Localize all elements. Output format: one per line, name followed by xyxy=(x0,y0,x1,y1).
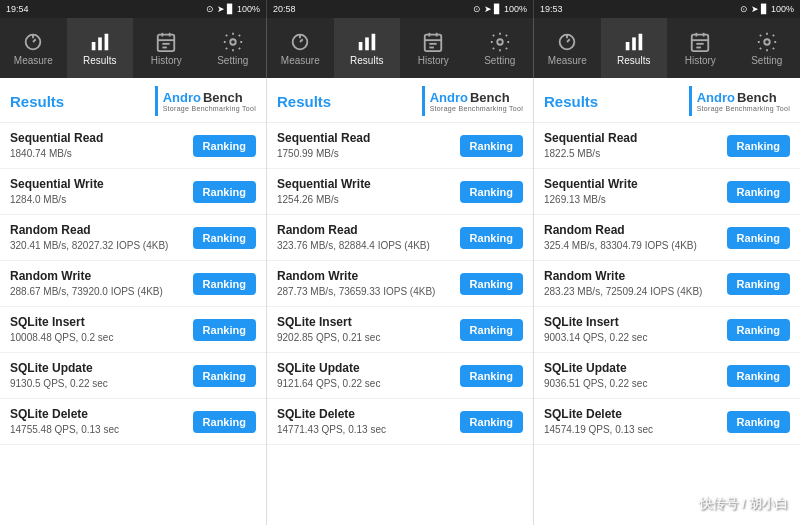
status-bar-3: 19:53 ⊙ ➤ ▊ 100% xyxy=(534,0,800,18)
svg-line-2 xyxy=(33,39,36,42)
result-value: 1284.0 MB/s xyxy=(10,193,185,206)
ranking-button[interactable]: Ranking xyxy=(727,135,790,157)
phone-tabs-3: Measure Results History Setting xyxy=(534,18,800,78)
tab-measure-2[interactable]: Measure xyxy=(267,18,334,78)
result-name: Random Write xyxy=(277,269,452,285)
ranking-button[interactable]: Ranking xyxy=(727,411,790,433)
results-icon-3 xyxy=(623,31,645,53)
brand-andro-2: Andro xyxy=(430,90,468,105)
svg-rect-4 xyxy=(98,37,102,50)
tab-measure-3[interactable]: Measure xyxy=(534,18,601,78)
time-2: 20:58 xyxy=(273,4,296,14)
ranking-button[interactable]: Ranking xyxy=(193,181,256,203)
result-value: 1840.74 MB/s xyxy=(10,147,185,160)
ranking-button[interactable]: Ranking xyxy=(460,273,523,295)
panel-title-3: Results xyxy=(544,93,598,110)
brand-logo-2: AndroBench Storage Benchmarking Tool xyxy=(422,86,523,116)
table-row: Random Read 323.76 MB/s, 82884.4 IOPS (4… xyxy=(267,215,533,261)
brand-logo-3: AndroBench Storage Benchmarking Tool xyxy=(689,86,790,116)
result-name: SQLite Delete xyxy=(277,407,452,423)
ranking-button[interactable]: Ranking xyxy=(193,227,256,249)
ranking-button[interactable]: Ranking xyxy=(193,411,256,433)
result-name: SQLite Update xyxy=(277,361,452,377)
result-name: SQLite Delete xyxy=(10,407,185,423)
result-value: 9130.5 QPS, 0.22 sec xyxy=(10,377,185,390)
ranking-button[interactable]: Ranking xyxy=(460,181,523,203)
result-info: Random Write 288.67 MB/s, 73920.0 IOPS (… xyxy=(10,269,185,299)
result-info: SQLite Insert 9202.85 QPS, 0.21 sec xyxy=(277,315,452,345)
brand-logo-1: AndroBench Storage Benchmarking Tool xyxy=(155,86,256,116)
svg-rect-17 xyxy=(365,37,369,50)
brand-andro-3: Andro xyxy=(697,90,735,105)
svg-rect-6 xyxy=(158,34,175,50)
svg-rect-29 xyxy=(626,42,630,50)
svg-rect-31 xyxy=(638,33,642,50)
result-value: 320.41 MB/s, 82027.32 IOPS (4KB) xyxy=(10,239,185,252)
table-row: Sequential Write 1254.26 MB/s Ranking xyxy=(267,169,533,215)
tab-history-label-1: History xyxy=(151,55,182,66)
result-value: 9003.14 QPS, 0.22 sec xyxy=(544,331,719,344)
tab-results-2[interactable]: Results xyxy=(334,18,401,78)
ranking-button[interactable]: Ranking xyxy=(193,135,256,157)
tab-measure-1[interactable]: Measure xyxy=(0,18,67,78)
result-info: Random Read 320.41 MB/s, 82027.32 IOPS (… xyxy=(10,223,185,253)
result-info: Sequential Read 1822.5 MB/s xyxy=(544,131,719,161)
ranking-button[interactable]: Ranking xyxy=(727,365,790,387)
status-icons-1: ⊙ ➤ ▊ 100% xyxy=(206,4,260,14)
tab-history-label-2: History xyxy=(418,55,449,66)
ranking-button[interactable]: Ranking xyxy=(727,227,790,249)
brand-bench-1: Bench xyxy=(203,90,243,105)
tab-history-1[interactable]: History xyxy=(133,18,200,78)
status-bar-2: 20:58 ⊙ ➤ ▊ 100% xyxy=(267,0,534,18)
results-list-2: Sequential Read 1750.99 MB/s Ranking Seq… xyxy=(267,123,533,525)
result-name: SQLite Update xyxy=(10,361,185,377)
result-name: Sequential Write xyxy=(10,177,185,193)
ranking-button[interactable]: Ranking xyxy=(727,273,790,295)
status-bar-1: 19:54 ⊙ ➤ ▊ 100% xyxy=(0,0,267,18)
ranking-button[interactable]: Ranking xyxy=(193,319,256,341)
ranking-button[interactable]: Ranking xyxy=(460,411,523,433)
brand-name-3: AndroBench xyxy=(697,90,790,105)
tab-history-3[interactable]: History xyxy=(667,18,734,78)
ranking-button[interactable]: Ranking xyxy=(193,365,256,387)
panel-title-2: Results xyxy=(277,93,331,110)
result-info: SQLite Insert 10008.48 QPS, 0.2 sec xyxy=(10,315,185,345)
brand-sub-2: Storage Benchmarking Tool xyxy=(430,105,523,112)
tab-results-label-3: Results xyxy=(617,55,650,66)
tab-history-2[interactable]: History xyxy=(400,18,467,78)
tab-results-3[interactable]: Results xyxy=(601,18,668,78)
panels-row: Results AndroBench Storage Benchmarking … xyxy=(0,78,800,525)
brand-name-2: AndroBench xyxy=(430,90,523,105)
ranking-button[interactable]: Ranking xyxy=(460,319,523,341)
tab-bars: Measure Results History Setting Mea xyxy=(0,18,800,78)
tab-setting-2[interactable]: Setting xyxy=(467,18,534,78)
ranking-button[interactable]: Ranking xyxy=(727,319,790,341)
brand-name-1: AndroBench xyxy=(163,90,256,105)
panel-2: Results AndroBench Storage Benchmarking … xyxy=(267,78,534,525)
tab-measure-label-2: Measure xyxy=(281,55,320,66)
table-row: Sequential Read 1822.5 MB/s Ranking xyxy=(534,123,800,169)
measure-icon-1 xyxy=(22,31,44,53)
result-name: Sequential Read xyxy=(10,131,185,147)
panel-header-3: Results AndroBench Storage Benchmarking … xyxy=(534,78,800,123)
table-row: SQLite Insert 10008.48 QPS, 0.2 sec Rank… xyxy=(0,307,266,353)
result-value: 14574.19 QPS, 0.13 sec xyxy=(544,423,719,436)
svg-rect-19 xyxy=(425,34,442,50)
tab-setting-3[interactable]: Setting xyxy=(734,18,801,78)
results-list-1: Sequential Read 1840.74 MB/s Ranking Seq… xyxy=(0,123,266,525)
result-info: Sequential Write 1254.26 MB/s xyxy=(277,177,452,207)
result-name: SQLite Insert xyxy=(544,315,719,331)
ranking-button[interactable]: Ranking xyxy=(727,181,790,203)
table-row: SQLite Delete 14771.43 QPS, 0.13 sec Ran… xyxy=(267,399,533,445)
ranking-button[interactable]: Ranking xyxy=(460,365,523,387)
result-name: SQLite Update xyxy=(544,361,719,377)
result-info: Sequential Read 1750.99 MB/s xyxy=(277,131,452,161)
tab-setting-1[interactable]: Setting xyxy=(200,18,267,78)
history-icon-1 xyxy=(155,31,177,53)
result-value: 1822.5 MB/s xyxy=(544,147,719,160)
ranking-button[interactable]: Ranking xyxy=(193,273,256,295)
result-value: 9202.85 QPS, 0.21 sec xyxy=(277,331,452,344)
ranking-button[interactable]: Ranking xyxy=(460,135,523,157)
ranking-button[interactable]: Ranking xyxy=(460,227,523,249)
tab-results-1[interactable]: Results xyxy=(67,18,134,78)
